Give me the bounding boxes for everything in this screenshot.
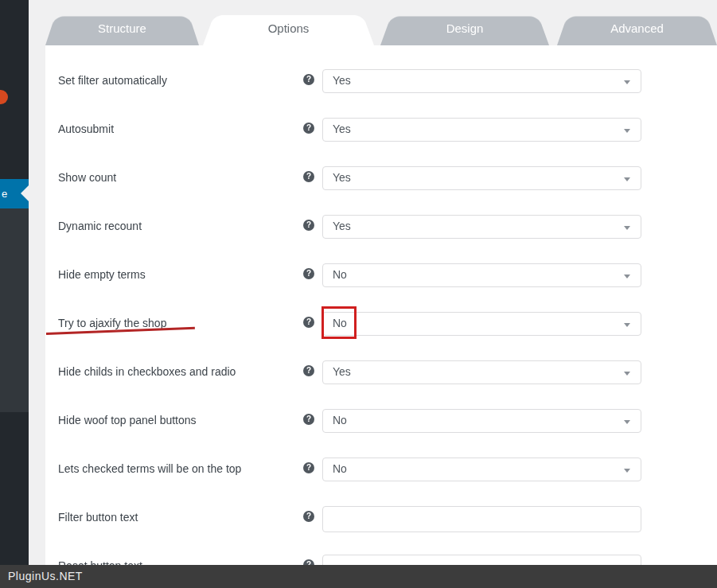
setting-row-show-count: Show count ? Yes	[45, 166, 717, 201]
setting-label: Show count	[58, 171, 116, 184]
dropdown-selected-value: No	[333, 268, 347, 281]
dropdown-selected-value: No	[333, 414, 347, 426]
tab-structure[interactable]: Structure	[45, 12, 199, 45]
admin-sidebar: e	[0, 0, 29, 588]
chevron-down-icon	[624, 323, 630, 327]
chevron-down-icon	[624, 469, 630, 473]
sidebar-submenu-group	[0, 208, 29, 412]
set-filter-automatically-dropdown[interactable]: Yes	[322, 69, 641, 93]
sidebar-item-label: e	[2, 179, 7, 208]
setting-row-autosubmit: Autosubmit ? Yes	[45, 118, 717, 153]
help-icon[interactable]: ?	[303, 365, 314, 376]
tab-design-label: Design	[380, 12, 549, 45]
hide-empty-terms-dropdown[interactable]: No	[322, 263, 641, 287]
setting-row-hide-empty-terms: Hide empty terms ? No	[45, 263, 717, 298]
dropdown-selected-value: Yes	[333, 365, 351, 378]
help-icon[interactable]: ?	[303, 414, 314, 425]
chevron-down-icon	[624, 177, 630, 181]
sidebar-current-menu-item[interactable]: e	[0, 179, 29, 208]
setting-label: Set filter automatically	[58, 74, 167, 87]
setting-row-set-filter-automatically: Set filter automatically ? Yes	[45, 69, 717, 104]
setting-label: Hide empty terms	[58, 268, 146, 281]
setting-label: Filter button text	[58, 511, 138, 524]
chevron-down-icon	[624, 129, 630, 133]
watermark-bar: PluginUs.NET	[0, 565, 717, 588]
woof-plugin-settings-page: e Structure Options Design Advanced Set …	[0, 0, 717, 588]
setting-label: Hide woof top panel buttons	[58, 414, 197, 426]
tab-advanced[interactable]: Advanced	[557, 12, 717, 45]
checked-terms-on-top-dropdown[interactable]: No	[322, 458, 641, 481]
help-icon[interactable]: ?	[303, 268, 314, 279]
tab-structure-label: Structure	[45, 12, 199, 45]
dropdown-selected-value: No	[333, 462, 347, 475]
chevron-down-icon	[624, 226, 630, 230]
dropdown-selected-value: Yes	[333, 171, 351, 184]
setting-label: Lets checked terms will be on the top	[58, 462, 241, 475]
chevron-down-icon	[624, 420, 630, 424]
setting-row-filter-button-text: Filter button text ?	[45, 506, 717, 541]
options-tab-panel: Set filter automatically ? Yes Autosubmi…	[45, 45, 717, 588]
setting-row-hide-woof-top-panel-buttons: Hide woof top panel buttons ? No	[45, 409, 717, 444]
notification-badge-icon	[0, 90, 8, 104]
tab-design[interactable]: Design	[380, 12, 549, 45]
help-icon[interactable]: ?	[303, 511, 314, 522]
filter-button-text-input[interactable]	[322, 506, 641, 532]
help-icon[interactable]: ?	[303, 123, 314, 134]
dynamic-recount-dropdown[interactable]: Yes	[322, 215, 641, 239]
hide-woof-top-panel-buttons-dropdown[interactable]: No	[322, 409, 641, 433]
setting-row-hide-childs-in-checkboxes-and-radio: Hide childs in checkboxes and radio ? Ye…	[45, 360, 717, 395]
help-icon[interactable]: ?	[303, 74, 314, 85]
hide-childs-dropdown[interactable]: Yes	[322, 360, 641, 384]
tab-advanced-label: Advanced	[557, 12, 717, 45]
help-icon[interactable]: ?	[303, 317, 314, 328]
tab-options-label: Options	[203, 10, 374, 47]
try-to-ajaxify-the-shop-dropdown[interactable]: No	[322, 312, 641, 336]
setting-row-lets-checked-terms-on-top: Lets checked terms will be on the top ? …	[45, 458, 717, 493]
dropdown-selected-value: Yes	[333, 74, 351, 87]
watermark-text: PluginUs.NET	[0, 565, 717, 588]
current-item-arrow-icon	[21, 185, 29, 201]
dropdown-selected-value: No	[333, 317, 347, 329]
show-count-dropdown[interactable]: Yes	[322, 166, 641, 190]
help-icon[interactable]: ?	[303, 220, 314, 231]
help-icon[interactable]: ?	[303, 171, 314, 182]
setting-label: Dynamic recount	[58, 220, 142, 232]
chevron-down-icon	[624, 275, 630, 278]
setting-label: Hide childs in checkboxes and radio	[58, 365, 236, 378]
setting-label: Autosubmit	[58, 123, 114, 135]
setting-label: Try to ajaxify the shop	[58, 317, 166, 329]
tab-options[interactable]: Options	[203, 10, 374, 45]
chevron-down-icon	[624, 80, 630, 84]
help-icon[interactable]: ?	[303, 462, 314, 473]
dropdown-selected-value: Yes	[333, 123, 351, 135]
dropdown-selected-value: Yes	[333, 220, 351, 232]
chevron-down-icon	[624, 372, 630, 376]
autosubmit-dropdown[interactable]: Yes	[322, 118, 641, 142]
setting-row-dynamic-recount: Dynamic recount ? Yes	[45, 215, 717, 250]
